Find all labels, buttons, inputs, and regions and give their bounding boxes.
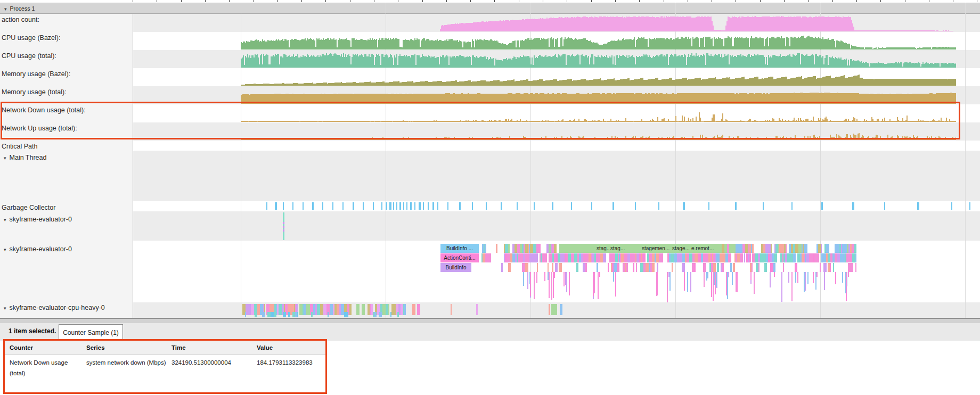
- skyframe-child-line: [551, 272, 552, 300]
- ruler-tick: [736, 0, 736, 2]
- gc-tick: [386, 202, 387, 210]
- skyframe-child-line: [544, 272, 545, 281]
- sidebar-item-skyframe-evaluator-0[interactable]: ▾skyframe-evaluator-0: [4, 245, 72, 253]
- skyframe-event-label: e.remot...: [691, 244, 714, 252]
- skyframe-stripe: [821, 244, 822, 253]
- sidebar-item-label: CPU usage (Bazel):: [2, 34, 60, 42]
- skyframe-child-line: [690, 272, 691, 292]
- gridline: [965, 3, 966, 318]
- skyframe-child-line: [704, 272, 705, 287]
- gc-tick: [708, 202, 709, 210]
- skyframe-child-line: [774, 272, 775, 277]
- cpu-heavy-stripe: [412, 304, 415, 315]
- ruler-tick: [374, 0, 374, 2]
- detail-panel-content: Counter Series Time Value Network Down u…: [0, 341, 980, 395]
- skyframe-event-chip[interactable]: BuildInfo: [440, 263, 471, 272]
- skyframe-child-line: [613, 272, 614, 282]
- cpu-heavy-stripe: [417, 304, 420, 315]
- sidebar-item-main-thread[interactable]: ▾Main Thread: [4, 154, 46, 162]
- gc-tick: [571, 202, 572, 210]
- skyframe-stripe: [636, 263, 637, 272]
- skyframe-event-chip[interactable]: ActionConti...: [440, 253, 479, 262]
- skyframe-stripe: [833, 263, 834, 272]
- skyframe-child-line: [711, 272, 712, 297]
- skyframe-child-line: [536, 272, 537, 283]
- sidebar-item-action-count[interactable]: action count:: [2, 16, 39, 23]
- cpu-heavy-substripe: [311, 312, 313, 317]
- gc-tick: [437, 202, 438, 210]
- skyframe-child-line: [523, 272, 524, 286]
- gc-tick: [353, 202, 354, 210]
- skyframe-stripe: [854, 244, 856, 253]
- skyframe-stripe: [826, 244, 829, 253]
- collapse-icon[interactable]: ▾: [4, 217, 6, 223]
- skyframe-stripe: [633, 263, 634, 272]
- gc-tick: [303, 202, 304, 210]
- skyframe-event-chip[interactable]: BuildInfo ...: [440, 244, 479, 253]
- skyframe-child-line: [848, 272, 849, 277]
- detail-panel-tabstrip: 1 item selected. Counter Sample (1): [0, 323, 980, 341]
- skyframe1-event-dash: [283, 222, 284, 224]
- gc-tick: [266, 202, 267, 210]
- collapse-icon: ▾: [4, 6, 7, 12]
- skyframe-stripe: [793, 253, 796, 262]
- sidebar-item-label: Garbage Collector: [2, 204, 55, 211]
- skyframe-stripe: [713, 263, 716, 272]
- ruler-tick: [325, 0, 326, 2]
- ruler-tick: [181, 0, 182, 2]
- sidebar-item-cpu-usage-bazel[interactable]: CPU usage (Bazel):: [2, 34, 60, 42]
- counter-chart-cpu-usage-bazel[interactable]: [241, 32, 956, 50]
- gc-tick: [406, 202, 407, 210]
- track-garbage-collector[interactable]: [0, 202, 980, 210]
- collapse-icon[interactable]: ▾: [4, 247, 6, 252]
- cpu-heavy-substripe: [283, 312, 286, 317]
- ruler-tick: [567, 0, 567, 2]
- collapse-icon[interactable]: ▾: [4, 306, 6, 311]
- skyframe-stripe: [608, 263, 609, 272]
- skyframe-stripe: [728, 253, 731, 262]
- skyframe-stripe: [703, 263, 706, 272]
- skyframe-child-line: [593, 272, 594, 296]
- counter-chart-memory-usage-bazel[interactable]: [241, 68, 956, 86]
- skyframe-child-line: [706, 272, 707, 281]
- skyframe-stripe: [626, 263, 628, 272]
- skyframe-green-group-bar[interactable]: stag...stag...stagemen...stage...e.remot…: [559, 244, 722, 253]
- ruler-tick: [350, 0, 350, 2]
- skyframe-child-line: [815, 272, 816, 290]
- sidebar-item-critical-path[interactable]: Critical Path: [2, 143, 37, 150]
- gc-tick: [447, 202, 448, 210]
- sidebar-item-label: Main Thread: [10, 154, 47, 161]
- ruler-tick: [398, 0, 398, 2]
- counter-chart-action-count[interactable]: [241, 14, 956, 32]
- sidebar-item-garbage-collector[interactable]: Garbage Collector: [2, 204, 55, 211]
- gc-tick: [322, 202, 323, 210]
- gc-tick: [852, 202, 854, 210]
- cell-time: 324190.51300000004: [172, 357, 254, 368]
- skyframe-stripe: [851, 263, 853, 272]
- gc-tick: [969, 202, 970, 210]
- ruler-tick: [856, 0, 857, 2]
- col-header-time: Time: [172, 344, 186, 351]
- skyframe-child-line: [530, 272, 531, 296]
- cell-counter: Network Down usage (total): [10, 357, 81, 378]
- cpu-heavy-substripe: [297, 312, 298, 317]
- sidebar-item-memory-usage-total[interactable]: Memory usage (total):: [2, 88, 67, 96]
- track-row-bg: [133, 151, 980, 201]
- counter-chart-cpu-usage-total[interactable]: [241, 50, 956, 68]
- ruler-tick: [688, 0, 688, 2]
- sidebar-item-cpu-usage-total[interactable]: CPU usage (total):: [2, 52, 56, 60]
- sidebar-item-skyframe-evaluator-0[interactable]: ▾skyframe-evaluator-0: [4, 216, 72, 224]
- skyframe-child-line: [527, 272, 528, 289]
- ruler-tick: [229, 0, 230, 2]
- process-header[interactable]: ▾Process 1: [0, 3, 980, 14]
- gc-tick: [275, 202, 277, 210]
- skyframe-child-line: [754, 272, 755, 294]
- gc-tick: [414, 202, 415, 210]
- skyframe-stripe: [740, 253, 743, 262]
- cpu-heavy-substripe: [274, 312, 276, 317]
- sidebar-item-memory-usage-bazel[interactable]: Memory usage (Bazel):: [2, 70, 70, 78]
- skyframe-stripe: [537, 263, 538, 272]
- collapse-icon[interactable]: ▾: [4, 155, 6, 161]
- skyframe-stripe: [555, 263, 558, 272]
- sidebar-item-skyframe-evaluator-cpu-heavy-0[interactable]: ▾skyframe-evaluator-cpu-heavy-0: [4, 304, 105, 312]
